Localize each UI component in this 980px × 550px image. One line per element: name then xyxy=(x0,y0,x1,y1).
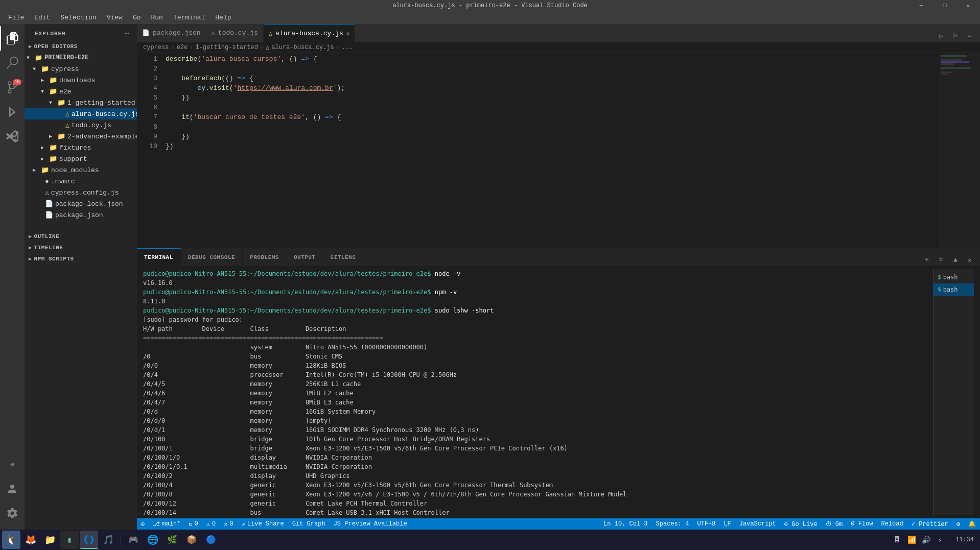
warnings-status[interactable]: ⚠ 0 xyxy=(202,518,220,530)
encoding-status[interactable]: UTF-8 xyxy=(693,518,719,530)
flow-status[interactable]: 0 Flow xyxy=(847,518,877,530)
cursor-position-status[interactable]: Ln 10, Col 3 xyxy=(599,518,651,530)
golive-status[interactable]: ⊕ Go Live xyxy=(780,518,822,530)
lineending-status[interactable]: LF xyxy=(719,518,735,530)
code-editor[interactable]: 1 2 3 4 5 6 7 8 9 10 describe('alura bus… xyxy=(137,53,939,248)
tab-todo-cy[interactable]: △ todo.cy.js xyxy=(206,24,264,42)
menu-help[interactable]: Help xyxy=(211,13,235,22)
debug-console-tab[interactable]: DEBUG CONSOLE xyxy=(181,248,243,266)
sidebar-item-cypress-config[interactable]: △ cypress.config.js xyxy=(25,187,137,198)
taskbar: 🐧 🦊 📁 ▮ ❰❱ 🎵 🎮 🌐 🌿 📦 🔵 🎛 📶 🔊 ⚡ 11:34 xyxy=(0,530,980,550)
remote-icon[interactable]: ⊕ xyxy=(0,452,25,476)
tab-package-json[interactable]: 📄 package.json xyxy=(137,24,206,42)
taskbar-files[interactable]: 📁 xyxy=(41,531,59,549)
language-status[interactable]: JavaScript xyxy=(735,518,780,530)
menu-run[interactable]: Run xyxy=(147,13,167,22)
taskbar-cypress[interactable]: 🌿 xyxy=(163,531,181,549)
bc-filename[interactable]: alura-busca.cy.js xyxy=(271,44,334,51)
new-terminal-btn[interactable]: + xyxy=(921,254,933,266)
terminal-session-2[interactable]: $ bash xyxy=(934,283,974,296)
taskbar-chrome[interactable]: 🌐 xyxy=(144,531,162,549)
outline-section[interactable]: ▶ OUTLINE xyxy=(25,231,137,242)
tray-icon-4[interactable]: ⚡ xyxy=(934,534,946,546)
notification-status[interactable]: 🔔 xyxy=(964,518,980,530)
settings-status-btn[interactable]: ⚙ xyxy=(952,518,964,530)
run-tests-btn[interactable]: ▷ xyxy=(935,30,947,42)
prettier-status[interactable]: ✓ Prettier xyxy=(907,518,952,530)
sidebar-item-downloads[interactable]: ▶ 📁 downloads xyxy=(25,75,137,86)
problems-tab[interactable]: PROBLEMS xyxy=(243,248,287,266)
npm-scripts-section[interactable]: ▶ NPM SCRIPTS xyxy=(25,253,137,265)
tab-alura-busca[interactable]: △ alura-busca.cy.js ✕ xyxy=(264,24,355,42)
more-actions-btn[interactable]: ⋯ xyxy=(964,30,976,42)
search-icon[interactable] xyxy=(0,51,25,75)
menu-view[interactable]: View xyxy=(103,13,127,22)
sidebar-item-alura-busca[interactable]: △ alura-busca.cy.js xyxy=(25,108,137,119)
source-control-icon[interactable]: 1K xyxy=(0,75,25,100)
timer-status[interactable]: ⏱ 0m xyxy=(822,518,847,530)
sidebar-item-advanced[interactable]: ▶ 📁 2-advanced-examples xyxy=(25,131,137,142)
errors-status[interactable]: ✕ 0 xyxy=(220,518,237,530)
tray-icon-2[interactable]: 📶 xyxy=(905,534,918,546)
split-terminal-btn[interactable]: ⌗ xyxy=(935,254,947,266)
sidebar-item-support[interactable]: ▶ 📁 support xyxy=(25,153,137,164)
settings-icon[interactable] xyxy=(0,501,25,525)
timeline-section[interactable]: ▶ TIMELINE xyxy=(25,242,137,253)
taskbar-discord[interactable]: 🎮 xyxy=(124,531,143,549)
menu-edit[interactable]: Edit xyxy=(30,13,54,22)
code-content[interactable]: describe('alura busca cursos', () => { b… xyxy=(161,53,939,248)
close-btn[interactable]: ✕ xyxy=(956,0,980,11)
gitgraph-status[interactable]: Git Graph xyxy=(288,518,330,530)
gitlens-tab[interactable]: GITLENS xyxy=(323,248,364,266)
sync-status[interactable]: ↻ 0 xyxy=(184,518,202,530)
liveshare-status[interactable]: ↗ Live Share xyxy=(238,518,288,530)
sidebar-item-e2e[interactable]: ▼ 📁 e2e xyxy=(25,86,137,97)
bc-getting[interactable]: 1-getting-started xyxy=(195,44,258,51)
new-file-icon[interactable]: ⋯ xyxy=(124,28,131,39)
taskbar-terminal[interactable]: ▮ xyxy=(60,531,79,549)
taskbar-vscode[interactable]: ❰❱ xyxy=(80,531,98,549)
branch-status[interactable]: ⎇ main* xyxy=(149,518,184,530)
sidebar-item-cypress[interactable]: ▼ 📁 cypress xyxy=(25,63,137,75)
bc-e2e[interactable]: e2e xyxy=(177,44,188,51)
tray-icon-3[interactable]: 🔊 xyxy=(920,534,932,546)
sidebar-item-package[interactable]: 📄 package.json xyxy=(25,209,137,221)
menu-go[interactable]: Go xyxy=(129,13,145,22)
sidebar-item-packagelock[interactable]: 📄 package-lock.json xyxy=(25,198,137,209)
restore-btn[interactable]: □ xyxy=(933,0,956,11)
start-button[interactable]: 🐧 xyxy=(2,531,20,549)
output-tab[interactable]: OUTPUT xyxy=(287,248,323,266)
explorer-icon[interactable] xyxy=(0,26,25,51)
sidebar-item-todo[interactable]: △ todo.cy.js xyxy=(25,119,137,131)
minimize-btn[interactable]: ─ xyxy=(909,0,933,11)
tab-close-icon[interactable]: ✕ xyxy=(346,30,350,37)
terminal-session-1[interactable]: $ bash xyxy=(934,271,974,283)
close-panel-btn[interactable]: ✕ xyxy=(964,254,976,266)
split-editor-btn[interactable]: ⎘ xyxy=(949,30,962,42)
taskbar-app1[interactable]: 📦 xyxy=(182,531,201,549)
project-root[interactable]: ▼ 📁 PRIMEIRO-E2E xyxy=(25,52,137,63)
terminal-tab[interactable]: TERMINAL xyxy=(137,248,181,266)
sidebar-item-nodemodules[interactable]: ▶ 📁 node_modules xyxy=(25,164,137,176)
indentation-status[interactable]: Spaces: 4 xyxy=(652,518,693,530)
menu-terminal[interactable]: Terminal xyxy=(169,13,209,22)
sidebar-item-nvmrc[interactable]: ● .nvmrc xyxy=(25,176,137,187)
jspreview-status[interactable]: JS Preview Available xyxy=(330,518,411,530)
terminal-content[interactable]: pudico@pudico-Nitro-AN515-55:~/Documents… xyxy=(137,266,980,518)
run-debug-icon[interactable] xyxy=(0,100,25,124)
menu-selection[interactable]: Selection xyxy=(56,13,100,22)
reload-status[interactable]: Reload xyxy=(877,518,907,530)
maximize-panel-btn[interactable]: ▲ xyxy=(949,254,962,266)
taskbar-app2[interactable]: 🔵 xyxy=(202,531,220,549)
sidebar-item-getting-started[interactable]: ▼ 📁 1-getting-started xyxy=(25,97,137,108)
taskbar-firefox[interactable]: 🦊 xyxy=(21,531,40,549)
bc-cypress[interactable]: cypress xyxy=(143,44,169,51)
sidebar-item-fixtures[interactable]: ▶ 📁 fixtures xyxy=(25,142,137,153)
tray-icon-1[interactable]: 🎛 xyxy=(891,534,903,546)
open-editors-section[interactable]: ▶ OPEN EDITORS xyxy=(25,41,137,52)
taskbar-spotify[interactable]: 🎵 xyxy=(99,531,118,549)
extensions-icon[interactable] xyxy=(0,124,25,149)
account-icon[interactable] xyxy=(0,476,25,501)
menu-file[interactable]: File xyxy=(4,13,28,22)
remote-status[interactable]: ⊕ xyxy=(137,518,149,530)
